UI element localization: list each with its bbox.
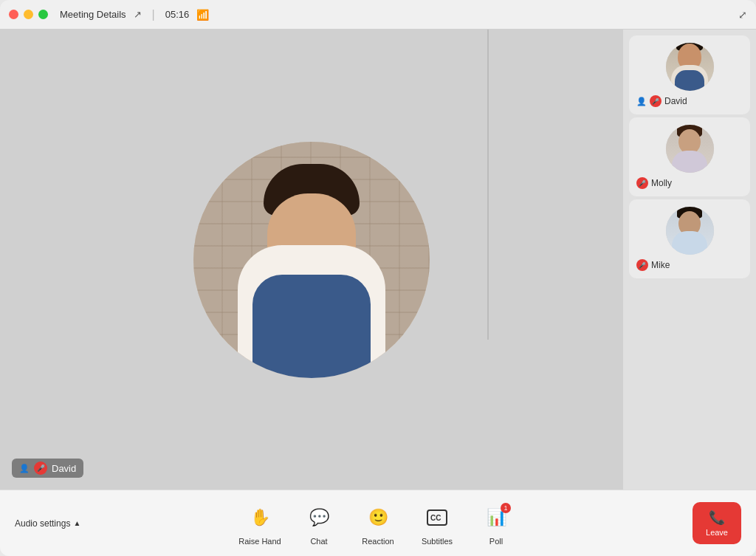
raise-hand-button[interactable]: ✋ Raise Hand <box>238 501 282 546</box>
participant-card: 🎤 Mike <box>629 199 750 278</box>
mic-muted-icon: 🎤 <box>650 95 662 107</box>
participant-info: 🎤 Mike <box>636 259 743 271</box>
av-body <box>672 151 707 173</box>
poll-button[interactable]: 📊 1 Poll <box>474 501 518 546</box>
signal-icon: 📶 <box>196 9 209 21</box>
expand-icon[interactable]: ⤢ <box>738 9 747 21</box>
poll-icon: 📊 1 <box>480 501 512 534</box>
raise-hand-label: Raise Hand <box>238 537 281 546</box>
titlebar-center: Meeting Details ↗ | 05:16 📶 <box>60 8 209 21</box>
traffic-lights <box>9 10 48 19</box>
mic-muted-icon: 🎤 <box>636 259 648 271</box>
avatar-visual <box>666 43 714 91</box>
avatar-visual <box>666 207 714 255</box>
leave-button[interactable]: 📞 Leave <box>693 502 741 544</box>
timer: 05:16 <box>165 9 190 20</box>
main-content: 👤 🎤 David 👤 🎤 David <box>0 30 756 490</box>
main-video <box>193 142 430 378</box>
reaction-button[interactable]: 🙂 Reaction <box>356 501 400 546</box>
avatar-visual <box>666 125 714 173</box>
poll-badge: 1 <box>501 503 511 513</box>
raise-hand-icon: ✋ <box>244 501 276 534</box>
chat-button[interactable]: 💬 Chat <box>297 501 341 546</box>
main-person-visual <box>193 142 430 378</box>
participant-info: 👤 🎤 David <box>636 95 743 107</box>
leave-icon: 📞 <box>709 509 725 526</box>
audio-settings-button[interactable]: Audio settings ▲ <box>15 518 80 529</box>
close-button[interactable] <box>9 10 18 19</box>
subtitles-icon: CC <box>421 501 453 534</box>
av-overalls <box>675 70 704 91</box>
titlebar: Meeting Details ↗ | 05:16 📶 ⤢ <box>0 0 756 30</box>
meeting-title: Meeting Details <box>60 9 126 20</box>
reaction-icon: 🙂 <box>362 501 394 534</box>
poll-label: Poll <box>489 537 503 546</box>
presenter-icon: 👤 <box>19 464 30 473</box>
avatar <box>666 207 714 255</box>
subtitles-label: Subtitles <box>422 537 453 546</box>
share-icon[interactable]: ↗ <box>134 9 142 20</box>
leave-label: Leave <box>706 528 728 537</box>
subtitles-button[interactable]: CC Subtitles <box>415 501 459 546</box>
reaction-label: Reaction <box>362 537 394 546</box>
participant-name: Mike <box>651 260 670 270</box>
presenter-icon: 👤 <box>636 97 647 106</box>
mic-muted-icon: 🎤 <box>636 177 648 189</box>
chat-label: Chat <box>310 537 327 546</box>
svg-text:CC: CC <box>430 514 441 522</box>
participant-name: David <box>664 96 687 106</box>
participant-info: 🎤 Molly <box>636 177 743 189</box>
participants-sidebar: 👤 🎤 David 🎤 Molly <box>623 30 756 490</box>
maximize-button[interactable] <box>38 10 48 19</box>
overalls <box>252 275 371 378</box>
av-body <box>672 231 707 255</box>
speaker-name: David <box>52 463 76 474</box>
mic-muted-icon: 🎤 <box>34 461 47 475</box>
avatar <box>666 125 714 173</box>
audio-settings-label: Audio settings <box>15 518 70 529</box>
chat-icon: 💬 <box>303 501 335 534</box>
bottom-bar: Audio settings ▲ ✋ Raise Hand 💬 Chat 🙂 R… <box>0 490 756 556</box>
avatar <box>666 43 714 91</box>
participant-name: Molly <box>651 178 672 188</box>
minimize-button[interactable] <box>24 10 33 19</box>
toolbar-center: ✋ Raise Hand 💬 Chat 🙂 Reaction CC Subtit… <box>238 501 518 546</box>
video-area: 👤 🎤 David <box>0 30 623 490</box>
participant-card: 👤 🎤 David <box>629 35 750 114</box>
divider <box>487 30 489 340</box>
participant-card: 🎤 Molly <box>629 117 750 196</box>
chevron-up-icon: ▲ <box>73 519 80 527</box>
speaker-label: 👤 🎤 David <box>12 459 83 478</box>
